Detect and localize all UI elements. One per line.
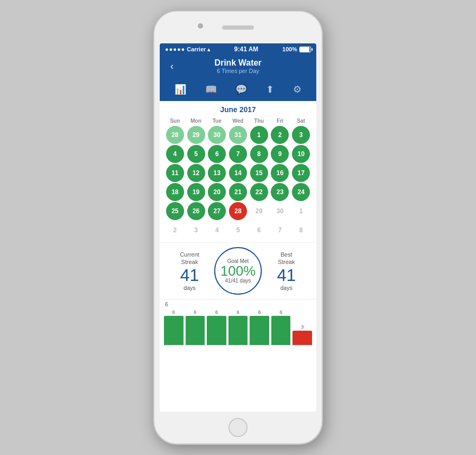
cal-day-25: 25 xyxy=(166,202,184,220)
cal-day-15: 15 xyxy=(250,164,268,182)
cal-day-8-next: 8 xyxy=(292,221,310,239)
cal-day-22: 22 xyxy=(250,183,268,201)
signal-dots: ●●●●● xyxy=(165,46,185,52)
battery-icon xyxy=(299,47,311,52)
chart-icon[interactable]: 📊 xyxy=(171,83,189,96)
cal-day-3: 3 xyxy=(292,126,310,144)
speaker xyxy=(222,25,254,30)
day-header-wed: Wed xyxy=(228,117,248,125)
cal-day-2: 2 xyxy=(271,126,289,144)
goal-pct: 100% xyxy=(221,264,256,278)
day-header-tue: Tue xyxy=(207,117,227,125)
cal-day-6-next: 6 xyxy=(250,221,268,239)
chart-bar-7: 3 xyxy=(292,324,312,345)
day-header-fri: Fri xyxy=(270,117,290,125)
phone-bottom-bar xyxy=(154,412,322,443)
cal-day-18: 18 xyxy=(166,183,184,201)
chart-bar-5: 6 xyxy=(250,310,269,345)
cal-day-28-may: 28 xyxy=(166,126,184,144)
cal-day-17: 17 xyxy=(292,164,310,182)
cal-day-4-next: 4 xyxy=(208,221,226,239)
phone-frame: ●●●●● Carrier ▴ 9:41 AM 100% ‹ Drink Wat… xyxy=(153,11,323,444)
best-streak-unit: days xyxy=(262,285,311,291)
best-streak-label: BestStreak xyxy=(262,251,311,266)
cal-day-1-jul: 1 xyxy=(292,202,310,220)
day-header-sat: Sat xyxy=(291,117,311,125)
best-streak-value: 41 xyxy=(262,267,311,284)
best-streak-block: BestStreak 41 days xyxy=(262,251,311,292)
wifi-icon: ▴ xyxy=(207,47,210,52)
cal-day-20: 20 xyxy=(208,183,226,201)
cal-day-27: 27 xyxy=(208,202,226,220)
cal-day-24: 24 xyxy=(292,183,310,201)
chart-bar-3: 6 xyxy=(207,310,226,345)
cal-day-30-may: 30 xyxy=(208,126,226,144)
day-header-mon: Mon xyxy=(186,117,206,125)
share-icon[interactable]: ⬆ xyxy=(263,83,277,96)
carrier-label: Carrier xyxy=(187,46,206,52)
chart-bars: 6 6 6 6 6 xyxy=(164,308,312,345)
stats-section: CurrentStreak 41 days Goal Met 100% 41/4… xyxy=(160,242,316,299)
nav-header: ‹ Drink Water 6 Times per Day xyxy=(160,55,316,79)
cal-day-14: 14 xyxy=(229,164,247,182)
cal-day-26: 26 xyxy=(187,202,205,220)
current-streak-block: CurrentStreak 41 days xyxy=(165,251,214,292)
cal-day-9: 9 xyxy=(271,145,289,163)
cal-day-31-may: 31 xyxy=(229,126,247,144)
cal-day-30: 30 xyxy=(271,202,289,220)
cal-day-21: 21 xyxy=(229,183,247,201)
cal-day-5-next: 5 xyxy=(229,221,247,239)
goal-sub: 41/41 days xyxy=(225,278,251,284)
calendar-grid: Sun Mon Tue Wed Thu Fri Sat 28 29 30 31 … xyxy=(165,117,311,239)
calendar-section: June 2017 Sun Mon Tue Wed Thu Fri Sat 28… xyxy=(160,101,316,242)
battery-pct: 100% xyxy=(282,46,297,52)
camera xyxy=(198,23,203,29)
cal-day-6: 6 xyxy=(208,145,226,163)
page-title: Drink Water xyxy=(214,58,261,68)
day-header-thu: Thu xyxy=(249,117,269,125)
phone-top-bar xyxy=(154,12,322,43)
cal-day-5: 5 xyxy=(187,145,205,163)
home-button[interactable] xyxy=(228,418,248,437)
cal-day-19: 19 xyxy=(187,183,205,201)
chart-bar-2: 6 xyxy=(186,310,205,345)
chart-bar-6: 6 xyxy=(271,310,291,345)
cal-day-8: 8 xyxy=(250,145,268,163)
page-subtitle: 6 Times per Day xyxy=(214,68,261,74)
cal-day-16: 16 xyxy=(271,164,289,182)
phone-screen: ●●●●● Carrier ▴ 9:41 AM 100% ‹ Drink Wat… xyxy=(160,43,316,412)
status-bar: ●●●●● Carrier ▴ 9:41 AM 100% xyxy=(160,43,316,55)
back-button[interactable]: ‹ xyxy=(170,61,173,72)
cal-day-23: 23 xyxy=(271,183,289,201)
cal-day-3-next: 3 xyxy=(187,221,205,239)
cal-day-28: 28 xyxy=(229,202,247,220)
cal-day-29: 29 xyxy=(250,202,268,220)
chart-line-label: 6 xyxy=(164,302,312,307)
comment-icon[interactable]: 💬 xyxy=(232,83,250,96)
cal-day-7: 7 xyxy=(229,145,247,163)
chart-bar-4: 6 xyxy=(228,310,248,345)
current-streak-unit: days xyxy=(165,285,214,291)
status-right: 100% xyxy=(282,46,311,52)
cal-day-12: 12 xyxy=(187,164,205,182)
toolbar: 📊 📖 💬 ⬆ ⚙ xyxy=(160,79,316,101)
cal-day-2-next: 2 xyxy=(166,221,184,239)
status-left: ●●●●● Carrier ▴ xyxy=(165,46,210,52)
cal-day-29-may: 29 xyxy=(187,126,205,144)
cal-day-11: 11 xyxy=(166,164,184,182)
current-streak-label: CurrentStreak xyxy=(165,251,214,266)
current-streak-value: 41 xyxy=(165,267,214,284)
goal-circle: Goal Met 100% 41/41 days xyxy=(214,247,262,295)
cal-day-4: 4 xyxy=(166,145,184,163)
calendar-month: June 2017 xyxy=(165,105,311,114)
day-header-sun: Sun xyxy=(165,117,185,125)
cal-day-13: 13 xyxy=(208,164,226,182)
cal-day-10: 10 xyxy=(292,145,310,163)
cal-day-7-next: 7 xyxy=(271,221,289,239)
cal-day-1: 1 xyxy=(250,126,268,144)
chart-bar-1: 6 xyxy=(164,310,184,345)
book-icon[interactable]: 📖 xyxy=(202,83,220,96)
chart-section: 6 6 6 6 6 6 xyxy=(160,299,316,412)
settings-icon[interactable]: ⚙ xyxy=(290,83,305,96)
status-time: 9:41 AM xyxy=(234,46,259,53)
